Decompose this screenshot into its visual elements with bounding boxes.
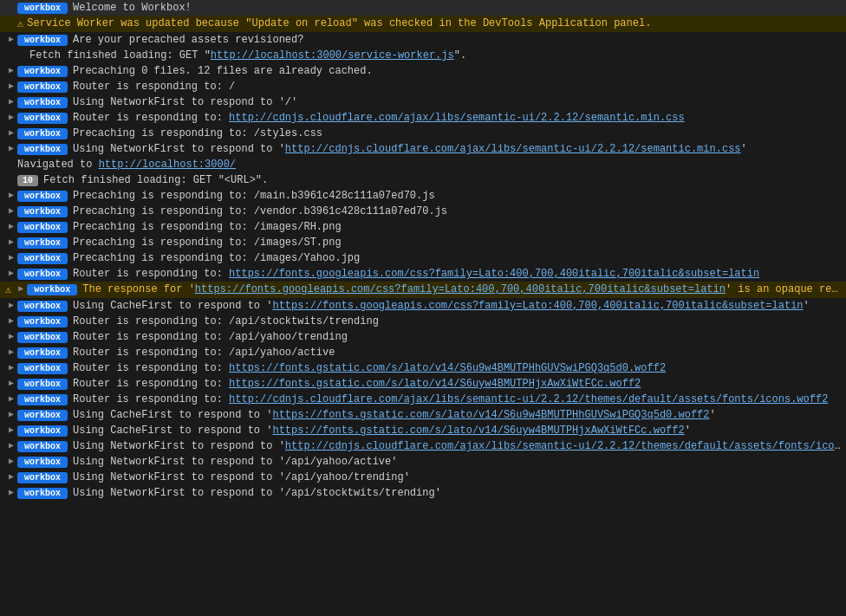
console-line: ▶workboxRouter is responding to: http://… [0,392,846,407]
expand-arrow[interactable]: ▶ [5,409,17,419]
console-link[interactable]: https://fonts.gstatic.com/s/lato/v14/S6u… [272,425,684,437]
expand-arrow[interactable]: ▶ [5,237,17,247]
console-line: ▶workboxUsing CacheFirst to respond to '… [0,298,846,314]
console-line: Navigated to http://localhost:3000/ [0,157,846,172]
workbox-badge: workbox [17,97,68,108]
expand-arrow[interactable]: ▶ [5,112,17,122]
workbox-badge: workbox [27,284,77,295]
expand-arrow[interactable]: ▶ [15,283,27,294]
line-content: workboxRouter is responding to: https://… [17,378,841,390]
console-link[interactable]: http://localhost:3000/service-worker.js [211,49,454,62]
line-text: Fetch finished loading: GET "http://loca… [17,49,841,62]
expand-arrow[interactable]: ▶ [5,300,17,310]
console-link[interactable]: http://cdnjs.cloudflare.com/ajax/libs/se… [229,393,828,405]
console-link[interactable]: https://fonts.gstatic.com/s/lato/v14/S6u… [229,378,641,390]
line-content: workboxRouter is responding to: https://… [17,362,841,374]
expand-arrow[interactable]: ▶ [5,471,17,482]
console-line: ▶workboxPrecaching 0 files. 12 files are… [0,63,846,79]
console-line: ⚠Service Worker was updated because "Upd… [0,16,846,32]
workbox-badge: workbox [17,269,68,280]
console-line: ▶workboxRouter is responding to: https:/… [0,266,846,282]
workbox-badge: workbox [17,347,68,359]
console-link[interactable]: http://cdnjs.cloudflare.com/ajax/libs/se… [285,440,841,452]
line-text: Using NetworkFirst to respond to '/api/y… [73,471,841,483]
console-line: ▶workboxRouter is responding to: /api/ya… [0,329,846,345]
console-line: ▶workboxRouter is responding to: http://… [0,110,846,126]
expand-arrow[interactable]: ▶ [5,362,17,373]
line-text: Router is responding to: http://cdnjs.cl… [73,393,841,405]
line-content: workboxUsing CacheFirst to respond to 'h… [17,300,841,312]
line-text: Using CacheFirst to respond to 'https://… [73,409,841,421]
console-line: ▶workboxUsing CacheFirst to respond to '… [0,407,846,423]
workbox-badge: workbox [17,3,68,14]
expand-arrow[interactable]: ▶ [5,143,17,153]
expand-arrow[interactable]: ▶ [5,127,17,138]
expand-arrow[interactable]: ▶ [5,425,17,435]
line-content: workboxThe response for 'https://fonts.g… [27,283,841,295]
expand-arrow[interactable]: ▶ [5,456,17,466]
workbox-badge: workbox [17,410,68,421]
line-text: Router is responding to: https://fonts.g… [73,378,841,390]
line-content: workboxPrecaching 0 files. 12 files are … [17,65,841,77]
line-content: workboxPrecaching is responding to: /ima… [17,221,841,233]
line-content: workboxWelcome to Workbox! [17,2,841,14]
console-link[interactable]: http://localhost:3000/ [99,159,236,171]
expand-arrow[interactable]: ▶ [5,331,17,341]
expand-arrow[interactable]: ▶ [5,221,17,231]
line-content: workboxUsing CacheFirst to respond to 'h… [17,409,841,421]
expand-arrow[interactable]: ▶ [5,378,17,388]
workbox-badge: workbox [17,35,68,46]
workbox-badge: workbox [17,363,68,374]
expand-arrow[interactable]: ▶ [5,440,17,451]
console-line: workboxWelcome to Workbox! [0,0,846,16]
console-link[interactable]: https://fonts.googleapis.com/css?family=… [229,268,759,280]
line-text: Precaching is responding to: /images/ST.… [73,237,841,249]
expand-arrow[interactable]: ▶ [5,487,17,497]
line-text: Navigated to http://localhost:3000/ [17,159,841,171]
console-link[interactable]: http://cdnjs.cloudflare.com/ajax/libs/se… [229,112,685,124]
line-text: Precaching is responding to: /styles.css [73,127,841,139]
console-line: ▶workboxAre your precached assets revisi… [0,32,846,48]
line-text: Precaching is responding to: /vendor.b39… [73,205,841,217]
line-content: workboxRouter is responding to: http://c… [17,112,841,124]
workbox-badge: workbox [17,301,68,312]
line-text: Router is responding to: /api/stocktwits… [73,315,841,327]
line-text: Router is responding to: http://cdnjs.cl… [73,112,841,124]
expand-arrow[interactable]: ▶ [5,315,17,326]
line-content: workboxPrecaching is responding to: /ven… [17,205,841,217]
expand-arrow[interactable]: ▶ [5,34,17,44]
expand-arrow[interactable]: ▶ [5,347,17,357]
expand-arrow[interactable]: ▶ [5,96,17,107]
console-line: ▶workboxRouter is responding to: /api/st… [0,314,846,329]
console-link[interactable]: http://cdnjs.cloudflare.com/ajax/libs/se… [285,143,741,155]
expand-arrow[interactable]: ▶ [5,190,17,200]
line-text: Router is responding to: / [73,81,841,93]
expand-arrow[interactable]: ▶ [5,65,17,75]
expand-arrow[interactable]: ▶ [5,393,17,404]
expand-arrow[interactable]: ▶ [5,268,17,278]
console-line: ▶workboxPrecaching is responding to: /ve… [0,204,846,219]
console-line: ▶workboxUsing NetworkFirst to respond to… [0,438,846,454]
workbox-badge: workbox [17,128,68,139]
number-badge: 10 [17,175,38,186]
workbox-badge: workbox [17,425,68,437]
line-content: workboxUsing NetworkFirst to respond to … [17,487,841,499]
console-line: ▶workboxUsing NetworkFirst to respond to… [0,94,846,110]
console-line: ▶workboxPrecaching is responding to: /im… [0,219,846,235]
line-content: workboxRouter is responding to: /api/yah… [17,331,841,343]
console-link[interactable]: https://fonts.gstatic.com/s/lato/v14/S6u… [229,362,666,374]
console-link[interactable]: https://fonts.gstatic.com/s/lato/v14/S6u… [272,409,709,421]
console-link[interactable]: https://fonts.googleapis.com/css?family=… [195,283,726,295]
line-text: Precaching is responding to: /main.b3961… [73,190,841,202]
expand-arrow[interactable]: ▶ [5,252,17,263]
console-line: ▶workboxRouter is responding to: https:/… [0,360,846,376]
line-text: Using CacheFirst to respond to 'https://… [73,300,841,312]
expand-arrow[interactable]: ▶ [5,81,17,91]
line-text: Using CacheFirst to respond to 'https://… [73,425,841,437]
line-content: workboxAre your precached assets revisio… [17,34,841,46]
console-link[interactable]: https://fonts.googleapis.com/css?family=… [272,300,803,312]
line-content: workboxRouter is responding to: / [17,81,841,93]
expand-arrow[interactable]: ▶ [5,205,17,216]
line-content: workboxRouter is responding to: /api/sto… [17,315,841,327]
workbox-badge: workbox [17,66,68,77]
